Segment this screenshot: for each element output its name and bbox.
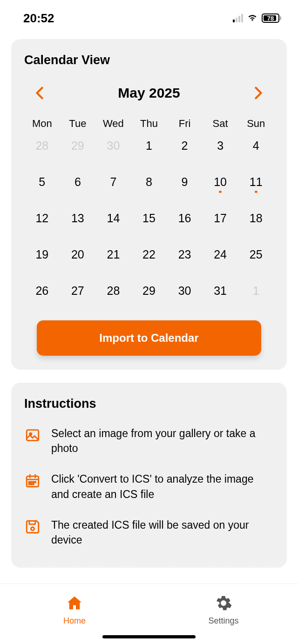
day-cell[interactable]: 29 [131,284,167,302]
instruction-text: Click 'Convert to ICS' to analyze the im… [51,471,274,501]
day-number: 12 [35,212,48,225]
day-number: 7 [110,175,116,189]
weekday-label: Fri [167,118,203,130]
svg-point-9 [35,482,36,483]
day-number: 18 [250,212,263,225]
status-indicators: 78 [233,13,281,24]
weekday-label: Thu [131,118,167,130]
day-number: 11 [250,175,263,189]
day-number: 13 [71,212,84,225]
month-navigation: May 2025 [24,85,274,101]
weekday-label: Sun [238,118,274,130]
import-button[interactable]: Import to Calendar [37,320,261,356]
instruction-text: Select an image from your gallery or tak… [51,426,274,456]
day-cell[interactable]: 4 [238,139,274,157]
day-cell[interactable]: 29 [60,139,96,157]
day-cell[interactable]: 17 [203,212,238,229]
day-cell[interactable]: 13 [60,212,96,229]
day-number: 19 [35,248,48,261]
instruction-item: Click 'Convert to ICS' to analyze the im… [24,471,274,501]
day-number: 5 [39,175,45,189]
nav-home-label: Home [63,616,86,626]
day-cell[interactable]: 25 [238,248,274,266]
day-cell[interactable]: 19 [24,248,60,266]
day-cell[interactable]: 14 [95,212,131,229]
day-cell[interactable]: 30 [95,139,131,157]
svg-point-13 [31,527,34,530]
day-number: 4 [253,139,259,153]
svg-point-8 [33,482,34,483]
cellular-signal-icon [233,14,243,22]
day-cell[interactable]: 15 [131,212,167,229]
svg-point-6 [29,482,30,483]
day-number: 22 [142,248,156,261]
day-cell[interactable]: 10 [203,175,238,193]
day-number: 6 [74,175,81,189]
day-number: 1 [146,139,152,153]
days-grid: 2829301234567891011121314151617181920212… [24,139,274,302]
day-number: 21 [107,248,120,261]
day-number: 10 [214,175,227,189]
day-cell[interactable]: 6 [60,175,96,193]
day-cell[interactable]: 11 [238,175,274,193]
svg-point-14 [222,602,225,604]
day-cell[interactable]: 12 [24,212,60,229]
day-number: 24 [214,248,227,261]
home-indicator[interactable] [102,635,196,638]
battery-level: 78 [267,15,274,22]
day-number: 26 [35,284,48,298]
svg-point-11 [31,484,32,485]
day-cell[interactable]: 18 [238,212,274,229]
svg-point-12 [33,484,34,485]
day-number: 27 [71,284,84,298]
day-number: 17 [214,212,227,225]
day-number: 31 [214,284,227,298]
day-number: 16 [178,212,191,225]
weekday-label: Sat [203,118,238,130]
month-label: May 2025 [118,85,180,101]
day-cell[interactable]: 30 [167,284,203,302]
day-cell[interactable]: 27 [60,284,96,302]
day-cell[interactable]: 1 [238,284,274,302]
status-bar: 20:52 78 [0,0,298,28]
day-cell[interactable]: 23 [167,248,203,266]
day-number: 29 [142,284,156,298]
day-cell[interactable]: 20 [60,248,96,266]
svg-point-7 [31,482,32,483]
day-number: 3 [217,139,224,153]
event-dot-icon [219,191,222,193]
day-cell[interactable]: 7 [95,175,131,193]
day-cell[interactable]: 24 [203,248,238,266]
weekday-header: MonTueWedThuFriSatSun [24,118,274,130]
day-cell[interactable]: 2 [167,139,203,157]
next-month-button[interactable] [251,86,265,100]
calendar-title: Calendar View [24,53,274,67]
day-cell[interactable]: 9 [167,175,203,193]
save-icon [24,518,41,535]
day-cell[interactable]: 22 [131,248,167,266]
day-number: 14 [107,212,120,225]
instruction-text: The created ICS file will be saved on yo… [51,518,274,547]
day-number: 28 [35,139,48,153]
day-cell[interactable]: 8 [131,175,167,193]
instructions-title: Instructions [24,397,274,411]
chevron-left-icon [35,86,44,100]
day-cell[interactable]: 16 [167,212,203,229]
day-cell[interactable]: 1 [131,139,167,157]
day-cell[interactable]: 3 [203,139,238,157]
day-cell[interactable]: 28 [24,139,60,157]
day-number: 20 [71,248,84,261]
day-cell[interactable]: 5 [24,175,60,193]
instruction-item: The created ICS file will be saved on yo… [24,518,274,547]
day-cell[interactable]: 26 [24,284,60,302]
gear-icon [215,595,232,613]
day-number: 15 [142,212,156,225]
day-cell[interactable]: 21 [95,248,131,266]
image-icon [24,427,41,444]
home-icon [66,595,83,613]
day-cell[interactable]: 28 [95,284,131,302]
day-cell[interactable]: 31 [203,284,238,302]
day-number: 9 [182,175,188,189]
day-number: 2 [182,139,188,153]
prev-month-button[interactable] [33,86,47,100]
